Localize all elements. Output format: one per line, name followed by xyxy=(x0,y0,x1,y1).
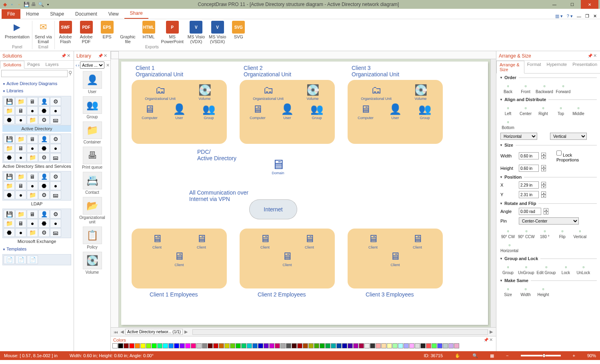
color-swatch[interactable] xyxy=(191,343,196,348)
pin-icon[interactable]: 📌 xyxy=(588,54,592,58)
color-swatch[interactable] xyxy=(275,343,280,348)
color-swatch[interactable] xyxy=(325,343,330,348)
library-label[interactable]: LDAP xyxy=(2,201,71,207)
presentation-button[interactable]: ▶ Presentation xyxy=(5,21,30,45)
color-swatch[interactable] xyxy=(180,343,185,348)
order-backward[interactable]: ▫Backward xyxy=(536,82,553,94)
diagram-user[interactable]: 👤User xyxy=(386,102,404,120)
export-ms-powerpoint[interactable]: PMS PowerPoint xyxy=(161,21,184,45)
color-swatch[interactable] xyxy=(437,343,442,348)
rotate-90-ccw[interactable]: ▫90° CCW xyxy=(518,227,535,239)
org-unit-box[interactable]: 🗂Organizational Unit💽Volume🖥Computer👤Use… xyxy=(348,80,443,144)
diagram-organizational-unit[interactable]: 🗂Organizational Unit xyxy=(361,83,392,101)
page-prev-icon[interactable]: ◀ xyxy=(119,329,125,334)
doc-close-icon[interactable]: ✕ xyxy=(593,14,597,19)
color-swatch[interactable] xyxy=(353,343,358,348)
color-swatch[interactable] xyxy=(409,343,414,348)
color-swatch[interactable] xyxy=(292,343,297,348)
client-box[interactable]: 🖥Client🖥Client🖥Client xyxy=(348,229,443,288)
grouplock-edit-group[interactable]: ▫Edit Group xyxy=(537,263,556,275)
zoom-percent[interactable]: 90% xyxy=(587,353,596,358)
color-swatch[interactable] xyxy=(286,343,291,348)
color-swatch[interactable] xyxy=(314,343,319,348)
client-pc[interactable]: 🖥Client xyxy=(148,232,166,249)
color-swatch[interactable] xyxy=(381,343,386,348)
shape-contact[interactable]: 📇Contact xyxy=(76,172,109,195)
client-box[interactable]: 🖥Client🖥Client🖥Client xyxy=(132,229,227,288)
tree-ad-diagrams[interactable]: Active Directory Diagrams xyxy=(2,80,71,87)
rotate-horizontal[interactable]: ▫Horizontal xyxy=(500,241,518,253)
tab-home[interactable]: Home xyxy=(20,9,44,19)
library-preview[interactable]: 💾📁🖥👤⚙📁🖥●⬣●⬣●📁⚙🖴 xyxy=(2,133,71,163)
diagram-user[interactable]: 👤User xyxy=(278,102,296,120)
export-ms-visio-vsdx-[interactable]: VMS Visio (VSDX) xyxy=(209,21,226,45)
tab-presentation[interactable]: Presentation xyxy=(570,61,600,73)
library-label[interactable]: Active Directory xyxy=(2,125,71,132)
pan-tool-icon[interactable]: ✋ xyxy=(455,353,460,358)
tab-format[interactable]: Format xyxy=(524,61,544,73)
grouplock-unlock[interactable]: ▫UnLock xyxy=(576,263,591,275)
save-icon[interactable]: 💾 xyxy=(23,1,30,8)
align-left[interactable]: ▫Left xyxy=(500,104,516,116)
color-swatch[interactable] xyxy=(174,343,179,348)
diagram-group[interactable]: 👥Group xyxy=(416,102,434,120)
color-swatch[interactable] xyxy=(163,343,168,348)
color-swatch[interactable] xyxy=(376,343,381,348)
tree-libraries[interactable]: Libraries xyxy=(2,87,71,94)
client-pc[interactable]: 🖥Client xyxy=(409,232,426,249)
makesame-height[interactable]: ▫Height xyxy=(536,285,551,297)
color-swatch[interactable] xyxy=(152,343,157,348)
ruler-horizontal[interactable] xyxy=(119,51,496,59)
rotate-vertical[interactable]: ▫Vertical xyxy=(572,227,588,239)
fit-page-icon[interactable]: ▦ xyxy=(490,353,494,358)
zoom-in-icon[interactable]: + xyxy=(573,353,575,358)
color-swatch[interactable] xyxy=(124,343,129,348)
org-unit-box[interactable]: 🗂Organizational Unit💽Volume🖥Computer👤Use… xyxy=(240,80,335,144)
org-unit-box[interactable]: 🗂Organizational Unit💽Volume🖥Computer👤Use… xyxy=(132,80,227,144)
library-preview[interactable]: 💾📁🖥👤⚙📁🖥●⬣●⬣●📁⚙🖴 xyxy=(2,96,71,125)
client-pc[interactable]: 🖥Client xyxy=(278,249,296,267)
rotate-180-[interactable]: ▫180 ° xyxy=(537,227,552,239)
color-swatch[interactable] xyxy=(129,343,134,348)
align-middle[interactable]: ▫Middle xyxy=(571,104,586,116)
tab-layers[interactable]: Layers xyxy=(42,61,61,68)
diagram-group[interactable]: 👥Group xyxy=(308,102,326,120)
color-swatch[interactable] xyxy=(157,343,162,348)
order-front[interactable]: ▫Front xyxy=(518,82,533,94)
ruler-vertical[interactable] xyxy=(111,59,119,327)
color-swatch[interactable] xyxy=(454,343,459,348)
diagram-volume[interactable]: 💽Volume xyxy=(196,83,214,101)
color-palette[interactable] xyxy=(111,343,496,350)
makesame-size[interactable]: ▫Size xyxy=(500,285,516,297)
distribute-h-select[interactable]: Horizontal xyxy=(500,133,537,140)
align-top[interactable]: ▫Top xyxy=(553,104,568,116)
tab-view[interactable]: View xyxy=(103,9,124,19)
tab-hypernote[interactable]: Hypernote xyxy=(544,61,570,73)
export-eps[interactable]: EPSEPS xyxy=(99,21,116,45)
zoom-slider[interactable] xyxy=(521,355,561,356)
export-adobe-flash[interactable]: SWFAdobe Flash xyxy=(57,21,74,45)
close-panel-icon[interactable]: ✕ xyxy=(593,53,597,58)
makesame-width[interactable]: ▫Width xyxy=(518,285,533,297)
internet-cloud[interactable]: Internet xyxy=(249,199,297,219)
scrollbar-vertical[interactable] xyxy=(490,59,496,327)
help-icon[interactable]: ? ▾ xyxy=(567,14,573,19)
tab-share[interactable]: Share xyxy=(124,8,148,19)
doc-minimize-icon[interactable]: — xyxy=(577,14,581,19)
color-swatch[interactable] xyxy=(303,343,308,348)
rotate-90-cw[interactable]: ▫90° CW xyxy=(500,227,516,239)
diagram-organizational-unit[interactable]: 🗂Organizational Unit xyxy=(145,83,176,101)
color-swatch[interactable] xyxy=(404,343,409,348)
shape-organizational-unit[interactable]: 📂Organizational unit xyxy=(76,197,109,224)
lib-next-icon[interactable]: › xyxy=(78,63,80,68)
color-swatch[interactable] xyxy=(213,343,218,348)
color-swatch[interactable] xyxy=(348,343,353,348)
client-pc[interactable]: 🖥Client xyxy=(193,232,210,249)
align-bottom[interactable]: ▫Bottom xyxy=(500,118,516,130)
export-adobe-pdf[interactable]: PDFAdobe PDF xyxy=(78,21,95,45)
color-swatch[interactable] xyxy=(185,343,190,348)
library-preview[interactable]: 💾📁🖥👤⚙📁🖥●⬣●⬣●📁⚙🖴 xyxy=(2,209,71,238)
diagram-computer[interactable]: 🖥Computer xyxy=(357,102,374,120)
new-icon[interactable]: ▫ xyxy=(9,1,15,8)
color-swatch[interactable] xyxy=(252,343,258,348)
